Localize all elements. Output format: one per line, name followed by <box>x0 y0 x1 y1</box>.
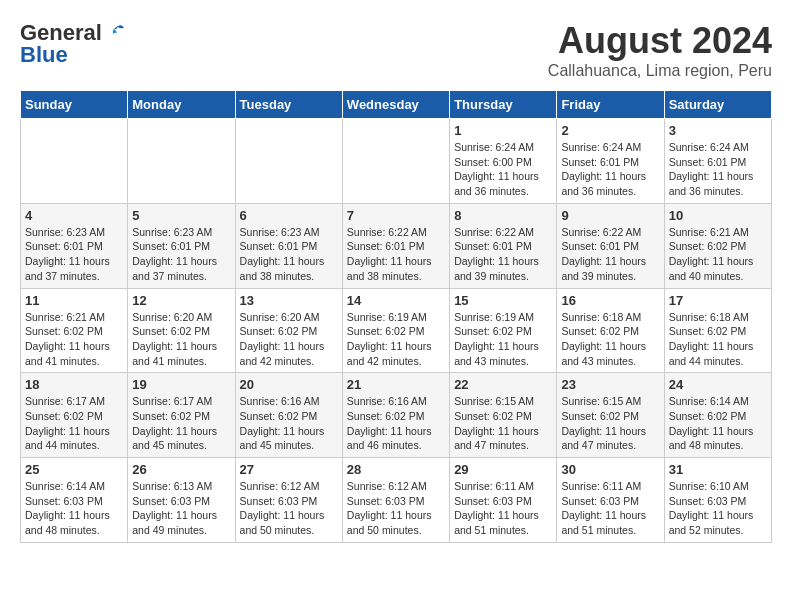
cell-info: Sunrise: 6:23 AM Sunset: 6:01 PM Dayligh… <box>240 225 338 284</box>
cell-info: Sunrise: 6:22 AM Sunset: 6:01 PM Dayligh… <box>347 225 445 284</box>
calendar-header-row: SundayMondayTuesdayWednesdayThursdayFrid… <box>21 91 772 119</box>
day-number: 27 <box>240 462 338 477</box>
cell-info: Sunrise: 6:23 AM Sunset: 6:01 PM Dayligh… <box>25 225 123 284</box>
day-number: 10 <box>669 208 767 223</box>
calendar-week-4: 18Sunrise: 6:17 AM Sunset: 6:02 PM Dayli… <box>21 373 772 458</box>
cell-info: Sunrise: 6:22 AM Sunset: 6:01 PM Dayligh… <box>454 225 552 284</box>
col-header-tuesday: Tuesday <box>235 91 342 119</box>
day-number: 24 <box>669 377 767 392</box>
cell-info: Sunrise: 6:13 AM Sunset: 6:03 PM Dayligh… <box>132 479 230 538</box>
calendar-table: SundayMondayTuesdayWednesdayThursdayFrid… <box>20 90 772 543</box>
cell-info: Sunrise: 6:24 AM Sunset: 6:00 PM Dayligh… <box>454 140 552 199</box>
calendar-cell: 10Sunrise: 6:21 AM Sunset: 6:02 PM Dayli… <box>664 203 771 288</box>
cell-info: Sunrise: 6:24 AM Sunset: 6:01 PM Dayligh… <box>561 140 659 199</box>
day-number: 20 <box>240 377 338 392</box>
calendar-cell: 14Sunrise: 6:19 AM Sunset: 6:02 PM Dayli… <box>342 288 449 373</box>
calendar-cell: 6Sunrise: 6:23 AM Sunset: 6:01 PM Daylig… <box>235 203 342 288</box>
calendar-cell: 11Sunrise: 6:21 AM Sunset: 6:02 PM Dayli… <box>21 288 128 373</box>
cell-info: Sunrise: 6:15 AM Sunset: 6:02 PM Dayligh… <box>561 394 659 453</box>
calendar-cell: 16Sunrise: 6:18 AM Sunset: 6:02 PM Dayli… <box>557 288 664 373</box>
day-number: 15 <box>454 293 552 308</box>
day-number: 30 <box>561 462 659 477</box>
calendar-cell: 23Sunrise: 6:15 AM Sunset: 6:02 PM Dayli… <box>557 373 664 458</box>
day-number: 14 <box>347 293 445 308</box>
calendar-cell: 9Sunrise: 6:22 AM Sunset: 6:01 PM Daylig… <box>557 203 664 288</box>
calendar-cell: 4Sunrise: 6:23 AM Sunset: 6:01 PM Daylig… <box>21 203 128 288</box>
day-number: 25 <box>25 462 123 477</box>
day-number: 31 <box>669 462 767 477</box>
calendar-cell: 30Sunrise: 6:11 AM Sunset: 6:03 PM Dayli… <box>557 458 664 543</box>
location-subtitle: Callahuanca, Lima region, Peru <box>548 62 772 80</box>
col-header-monday: Monday <box>128 91 235 119</box>
cell-info: Sunrise: 6:20 AM Sunset: 6:02 PM Dayligh… <box>132 310 230 369</box>
cell-info: Sunrise: 6:19 AM Sunset: 6:02 PM Dayligh… <box>347 310 445 369</box>
cell-info: Sunrise: 6:21 AM Sunset: 6:02 PM Dayligh… <box>669 225 767 284</box>
calendar-cell: 28Sunrise: 6:12 AM Sunset: 6:03 PM Dayli… <box>342 458 449 543</box>
day-number: 29 <box>454 462 552 477</box>
day-number: 19 <box>132 377 230 392</box>
calendar-cell <box>342 119 449 204</box>
cell-info: Sunrise: 6:21 AM Sunset: 6:02 PM Dayligh… <box>25 310 123 369</box>
col-header-thursday: Thursday <box>450 91 557 119</box>
cell-info: Sunrise: 6:14 AM Sunset: 6:02 PM Dayligh… <box>669 394 767 453</box>
cell-info: Sunrise: 6:22 AM Sunset: 6:01 PM Dayligh… <box>561 225 659 284</box>
calendar-cell: 13Sunrise: 6:20 AM Sunset: 6:02 PM Dayli… <box>235 288 342 373</box>
cell-info: Sunrise: 6:12 AM Sunset: 6:03 PM Dayligh… <box>347 479 445 538</box>
day-number: 23 <box>561 377 659 392</box>
calendar-cell: 25Sunrise: 6:14 AM Sunset: 6:03 PM Dayli… <box>21 458 128 543</box>
col-header-friday: Friday <box>557 91 664 119</box>
cell-info: Sunrise: 6:17 AM Sunset: 6:02 PM Dayligh… <box>25 394 123 453</box>
calendar-cell: 8Sunrise: 6:22 AM Sunset: 6:01 PM Daylig… <box>450 203 557 288</box>
calendar-cell: 1Sunrise: 6:24 AM Sunset: 6:00 PM Daylig… <box>450 119 557 204</box>
calendar-cell: 18Sunrise: 6:17 AM Sunset: 6:02 PM Dayli… <box>21 373 128 458</box>
col-header-saturday: Saturday <box>664 91 771 119</box>
calendar-cell: 19Sunrise: 6:17 AM Sunset: 6:02 PM Dayli… <box>128 373 235 458</box>
calendar-cell: 2Sunrise: 6:24 AM Sunset: 6:01 PM Daylig… <box>557 119 664 204</box>
calendar-cell <box>21 119 128 204</box>
cell-info: Sunrise: 6:11 AM Sunset: 6:03 PM Dayligh… <box>454 479 552 538</box>
calendar-week-1: 1Sunrise: 6:24 AM Sunset: 6:00 PM Daylig… <box>21 119 772 204</box>
day-number: 9 <box>561 208 659 223</box>
calendar-cell: 29Sunrise: 6:11 AM Sunset: 6:03 PM Dayli… <box>450 458 557 543</box>
calendar-cell <box>235 119 342 204</box>
day-number: 11 <box>25 293 123 308</box>
logo-blue-text: Blue <box>20 42 68 68</box>
calendar-cell: 22Sunrise: 6:15 AM Sunset: 6:02 PM Dayli… <box>450 373 557 458</box>
cell-info: Sunrise: 6:19 AM Sunset: 6:02 PM Dayligh… <box>454 310 552 369</box>
cell-info: Sunrise: 6:18 AM Sunset: 6:02 PM Dayligh… <box>669 310 767 369</box>
day-number: 2 <box>561 123 659 138</box>
day-number: 26 <box>132 462 230 477</box>
title-block: August 2024 Callahuanca, Lima region, Pe… <box>548 20 772 80</box>
cell-info: Sunrise: 6:17 AM Sunset: 6:02 PM Dayligh… <box>132 394 230 453</box>
calendar-cell: 27Sunrise: 6:12 AM Sunset: 6:03 PM Dayli… <box>235 458 342 543</box>
calendar-cell: 26Sunrise: 6:13 AM Sunset: 6:03 PM Dayli… <box>128 458 235 543</box>
day-number: 5 <box>132 208 230 223</box>
day-number: 3 <box>669 123 767 138</box>
col-header-wednesday: Wednesday <box>342 91 449 119</box>
day-number: 16 <box>561 293 659 308</box>
cell-info: Sunrise: 6:23 AM Sunset: 6:01 PM Dayligh… <box>132 225 230 284</box>
calendar-cell: 15Sunrise: 6:19 AM Sunset: 6:02 PM Dayli… <box>450 288 557 373</box>
calendar-cell: 12Sunrise: 6:20 AM Sunset: 6:02 PM Dayli… <box>128 288 235 373</box>
calendar-cell <box>128 119 235 204</box>
logo: General Blue <box>20 20 126 68</box>
day-number: 6 <box>240 208 338 223</box>
calendar-cell: 7Sunrise: 6:22 AM Sunset: 6:01 PM Daylig… <box>342 203 449 288</box>
calendar-cell: 17Sunrise: 6:18 AM Sunset: 6:02 PM Dayli… <box>664 288 771 373</box>
day-number: 4 <box>25 208 123 223</box>
month-year-title: August 2024 <box>548 20 772 62</box>
cell-info: Sunrise: 6:16 AM Sunset: 6:02 PM Dayligh… <box>240 394 338 453</box>
cell-info: Sunrise: 6:10 AM Sunset: 6:03 PM Dayligh… <box>669 479 767 538</box>
calendar-cell: 24Sunrise: 6:14 AM Sunset: 6:02 PM Dayli… <box>664 373 771 458</box>
calendar-cell: 21Sunrise: 6:16 AM Sunset: 6:02 PM Dayli… <box>342 373 449 458</box>
cell-info: Sunrise: 6:18 AM Sunset: 6:02 PM Dayligh… <box>561 310 659 369</box>
page-header: General Blue August 2024 Callahuanca, Li… <box>20 20 772 80</box>
day-number: 8 <box>454 208 552 223</box>
calendar-week-5: 25Sunrise: 6:14 AM Sunset: 6:03 PM Dayli… <box>21 458 772 543</box>
day-number: 22 <box>454 377 552 392</box>
day-number: 17 <box>669 293 767 308</box>
calendar-cell: 5Sunrise: 6:23 AM Sunset: 6:01 PM Daylig… <box>128 203 235 288</box>
cell-info: Sunrise: 6:24 AM Sunset: 6:01 PM Dayligh… <box>669 140 767 199</box>
calendar-cell: 3Sunrise: 6:24 AM Sunset: 6:01 PM Daylig… <box>664 119 771 204</box>
logo-bird-icon <box>104 22 126 44</box>
